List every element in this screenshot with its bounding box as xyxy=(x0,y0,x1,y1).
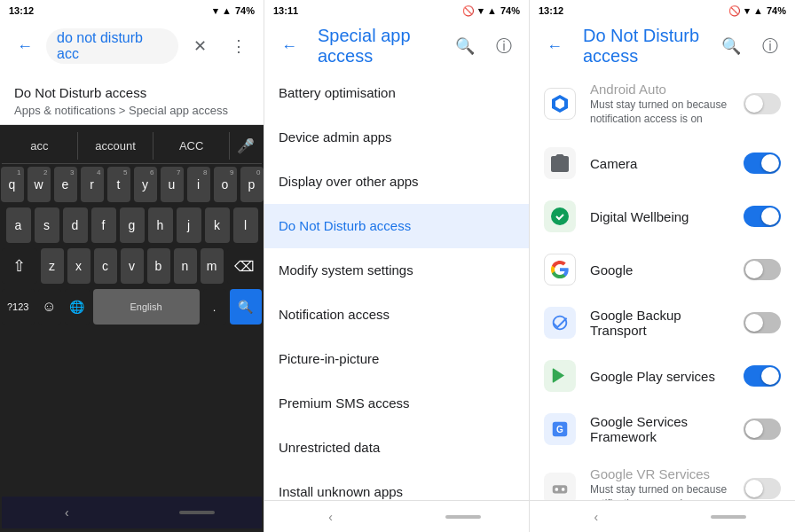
key-t[interactable]: 5t xyxy=(107,167,130,202)
list-item-3[interactable]: Do Not Disturb access xyxy=(264,204,529,248)
list-item-8[interactable]: Unrestricted data xyxy=(264,426,529,470)
back-button-3[interactable]: ← xyxy=(537,28,572,64)
key-m[interactable]: m xyxy=(201,248,224,284)
status-time-3: 13:12 xyxy=(539,5,563,16)
help-button-2[interactable]: ⓘ xyxy=(486,28,522,64)
key-u[interactable]: 7u xyxy=(161,167,184,202)
digital-wellbeing-toggle[interactable] xyxy=(744,206,781,227)
list-item-9[interactable]: Install unknown apps xyxy=(264,470,529,500)
google-services-name: Google Services Framework xyxy=(590,414,729,444)
key-i[interactable]: 8i xyxy=(187,167,210,202)
clear-button[interactable]: ✕ xyxy=(182,28,217,64)
wifi-icon-2: ▾ xyxy=(478,5,484,17)
android-auto-sub: Must stay turned on because notification… xyxy=(590,98,729,126)
battery-3: 74% xyxy=(767,5,786,16)
key-h[interactable]: h xyxy=(148,207,173,243)
more-options-button[interactable]: ⋮ xyxy=(221,28,256,64)
keyboard-suggestions: acc account ACC 🎤 xyxy=(2,129,262,164)
back-button-1[interactable]: ← xyxy=(7,28,43,64)
globe-key[interactable]: 🌐 xyxy=(65,289,90,325)
battery-2: 74% xyxy=(500,5,520,16)
app-item-google-vr: Google VR Services Must stay turned on b… xyxy=(530,456,795,500)
key-p[interactable]: 0p xyxy=(240,167,264,202)
nav-home-1[interactable] xyxy=(179,502,215,523)
period-key[interactable]: . xyxy=(203,289,226,325)
list-item-1[interactable]: Device admin apps xyxy=(264,115,529,160)
key-s[interactable]: s xyxy=(35,207,59,243)
nav-bar-1: ‹ xyxy=(2,497,262,528)
dnd-icon: 🚫 xyxy=(462,5,475,17)
suggestion-2[interactable]: ACC xyxy=(153,132,230,160)
google-name: Google xyxy=(590,262,729,278)
key-x[interactable]: x xyxy=(67,248,91,284)
home-bar-icon-2 xyxy=(445,515,481,519)
help-button-3[interactable]: ⓘ xyxy=(752,28,788,64)
status-time-1: 13:12 xyxy=(9,5,34,16)
google-play-toggle[interactable] xyxy=(744,365,781,387)
google-toggle[interactable] xyxy=(744,259,781,280)
key-g[interactable]: g xyxy=(120,207,145,243)
key-e[interactable]: 3e xyxy=(54,167,77,202)
suggestion-1[interactable]: account xyxy=(78,132,154,160)
special-app-list: Battery optimisation Device admin apps D… xyxy=(264,71,529,500)
google-services-info: Google Services Framework xyxy=(590,414,729,444)
key-n[interactable]: n xyxy=(174,248,197,284)
key-d[interactable]: d xyxy=(63,207,88,243)
status-bar-1: 13:12 ▾ ▲ 74% xyxy=(0,0,264,21)
key-z[interactable]: z xyxy=(41,248,64,284)
panel-2-title: Special app access xyxy=(311,26,444,66)
search-key[interactable]: 🔍 xyxy=(230,289,263,325)
signal-icon-3: ▲ xyxy=(753,5,763,16)
chevron-left-icon-3: ‹ xyxy=(594,510,598,524)
comma-key[interactable]: ☺ xyxy=(38,289,61,325)
shift-key[interactable]: ⇧ xyxy=(2,248,37,284)
key-k[interactable]: k xyxy=(205,207,230,243)
list-item-7[interactable]: Premium SMS access xyxy=(264,381,529,426)
wifi-icon: ▾ xyxy=(213,5,218,17)
key-j[interactable]: j xyxy=(177,207,201,243)
list-item-0[interactable]: Battery optimisation xyxy=(264,71,529,115)
backspace-key[interactable]: ⌫ xyxy=(227,248,263,284)
keyboard: acc account ACC 🎤 1q 2w 3e 4r 5t 6y 7u 8… xyxy=(0,125,264,532)
svg-point-5 xyxy=(562,488,565,491)
key-c[interactable]: c xyxy=(94,248,117,284)
list-item-6[interactable]: Picture-in-picture xyxy=(264,337,529,381)
key-a[interactable]: a xyxy=(6,207,31,243)
nav-home-3[interactable] xyxy=(711,506,746,528)
search-result[interactable]: Do Not Disturb access Apps & notificatio… xyxy=(0,71,264,125)
key-f[interactable]: f xyxy=(91,207,116,243)
key-v[interactable]: v xyxy=(121,248,144,284)
key-l[interactable]: l xyxy=(233,207,258,243)
nav-home-2[interactable] xyxy=(445,506,481,528)
space-key[interactable]: English xyxy=(93,289,200,325)
nav-chevron-1[interactable]: ‹ xyxy=(49,502,84,523)
key-r[interactable]: 4r xyxy=(81,167,104,202)
toggle-thumb-google xyxy=(745,261,763,278)
nav-back-2[interactable]: ‹ xyxy=(313,506,349,528)
number-mode-key[interactable]: ?123 xyxy=(2,289,35,325)
key-y[interactable]: 6y xyxy=(134,167,157,202)
google-backup-toggle[interactable] xyxy=(744,312,781,333)
search-bar[interactable]: do not disturb acc xyxy=(46,28,178,64)
key-q[interactable]: 1q xyxy=(1,167,24,202)
status-icons-1: ▾ ▲ 74% xyxy=(213,5,255,17)
mic-button[interactable]: 🎤 xyxy=(230,137,262,154)
suggestion-0[interactable]: acc xyxy=(2,132,78,160)
key-w[interactable]: 2w xyxy=(28,167,51,202)
list-item-2[interactable]: Display over other apps xyxy=(264,160,529,204)
search-query[interactable]: do not disturb acc xyxy=(57,30,168,62)
panel-3-title: Do Not Disturb access xyxy=(576,26,710,66)
nav-back-3[interactable]: ‹ xyxy=(579,506,614,528)
app-item-digital-wellbeing: Digital Wellbeing xyxy=(530,190,795,243)
chevron-left-icon-2: ‹ xyxy=(328,510,333,524)
back-button-2[interactable]: ← xyxy=(272,28,307,64)
search-button-2[interactable]: 🔍 xyxy=(447,28,483,64)
key-b[interactable]: b xyxy=(147,248,170,284)
google-services-toggle[interactable] xyxy=(744,419,781,440)
search-button-3[interactable]: 🔍 xyxy=(713,28,749,64)
list-item-4[interactable]: Modify system settings xyxy=(264,248,529,293)
camera-toggle[interactable] xyxy=(744,153,781,174)
list-item-5[interactable]: Notification access xyxy=(264,293,529,337)
key-o[interactable]: 9o xyxy=(214,167,237,202)
keyboard-row-2: a s d f g h j k l xyxy=(2,207,262,243)
